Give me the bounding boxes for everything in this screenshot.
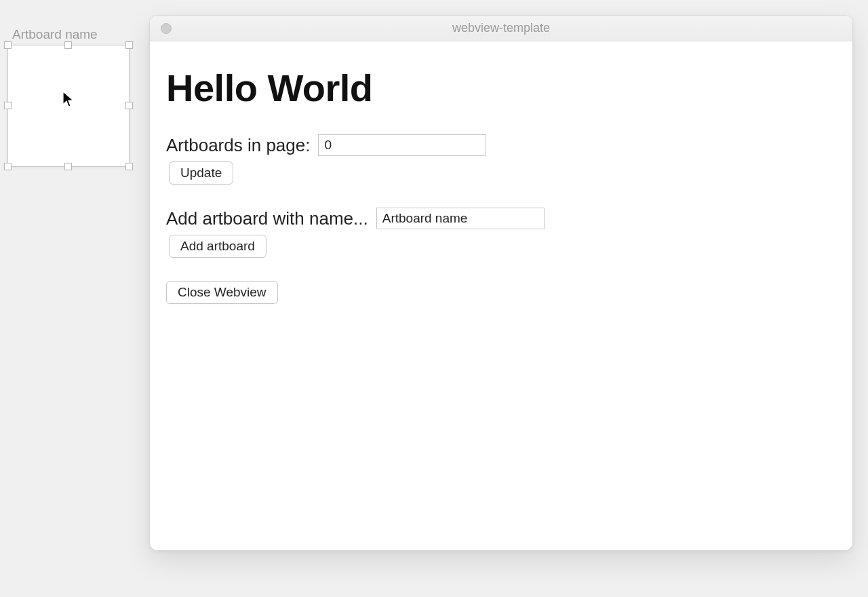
- resize-handle-bottom-middle[interactable]: [64, 163, 72, 170]
- resize-handle-bottom-right[interactable]: [125, 163, 133, 170]
- design-canvas[interactable]: Artboard name webview-template Hello Wor…: [0, 0, 868, 597]
- artboards-count-label: Artboards in page:: [166, 135, 310, 156]
- webview-body: Hello World Artboards in page: Update Ad…: [150, 41, 852, 343]
- resize-handle-bottom-left[interactable]: [4, 163, 12, 170]
- close-webview-button[interactable]: Close Webview: [166, 281, 278, 304]
- update-button[interactable]: Update: [169, 161, 233, 185]
- add-artboard-button[interactable]: Add artboard: [169, 235, 267, 258]
- artboards-count-input[interactable]: [318, 134, 486, 156]
- window-titlebar[interactable]: webview-template: [150, 16, 852, 41]
- add-artboard-prompt: Add artboard with name...: [166, 208, 368, 229]
- resize-handle-top-left[interactable]: [4, 41, 12, 49]
- artboard-name-input[interactable]: [376, 208, 545, 229]
- window-close-button[interactable]: [161, 23, 172, 34]
- artboard-name-label: Artboard name: [12, 27, 98, 42]
- resize-handle-top-middle[interactable]: [64, 41, 72, 49]
- resize-handle-middle-right[interactable]: [125, 102, 133, 109]
- resize-handle-top-right[interactable]: [125, 41, 133, 49]
- webview-window: webview-template Hello World Artboards i…: [149, 15, 853, 551]
- artboard-count-section: Artboards in page: Update: [166, 134, 836, 185]
- resize-handle-middle-left[interactable]: [4, 102, 12, 109]
- add-artboard-section: Add artboard with name... Add artboard: [166, 208, 836, 258]
- window-title: webview-template: [452, 21, 550, 35]
- page-heading: Hello World: [166, 66, 836, 110]
- close-section: Close Webview: [166, 281, 836, 304]
- artboard[interactable]: [7, 45, 130, 167]
